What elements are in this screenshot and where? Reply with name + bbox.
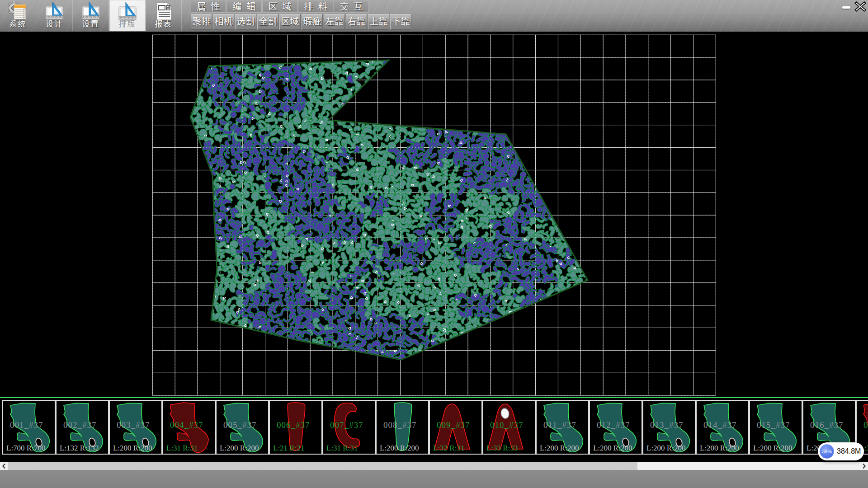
part-lr-label: L:33 R:33 — [486, 444, 518, 453]
nested-pieces — [181, 50, 593, 367]
scroll-right-icon[interactable] — [860, 462, 868, 470]
tool-button[interactable]: 瑕疵 — [302, 14, 323, 30]
part-id-label: 007_#37 — [330, 420, 363, 430]
part-lr-label: L:200 R:200 — [220, 444, 259, 453]
tool-button[interactable]: 右靠 — [346, 14, 367, 30]
part-lr-label: L:200 R:200 — [700, 444, 739, 453]
tool-button[interactable]: 区域 — [279, 14, 301, 30]
tool-button[interactable]: 左靠 — [324, 14, 345, 30]
tray-cell[interactable]: 001_#37L:700 R:700 — [2, 400, 56, 455]
tray-cell[interactable]: 002_#37L:132 R:132 — [56, 400, 109, 455]
nav-button-2[interactable]: 设计 — [37, 0, 73, 31]
tool-button[interactable]: 选割 — [235, 14, 256, 30]
tool-button[interactable]: 聚排 — [191, 14, 212, 30]
part-lr-label: L:21 R:21 — [273, 444, 304, 453]
part-id-label: 012_#37 — [597, 420, 630, 430]
horizontal-scrollbar[interactable] — [0, 462, 868, 470]
tool-button[interactable]: 全割 — [257, 14, 278, 30]
part-id-label: 009_#37 — [437, 420, 470, 430]
parts-tray: 001_#37L:700 R:700002_#37L:132 R:132003_… — [0, 400, 868, 455]
menu-item[interactable]: 编辑 — [226, 1, 262, 13]
tray-cell[interactable]: 008_#37L:200 R:200 — [376, 400, 429, 455]
tray-cell[interactable]: 006_#37L:21 R:21 — [269, 400, 322, 455]
menu-item[interactable]: 交互 — [334, 1, 369, 13]
nav-label: 设计 — [37, 18, 72, 29]
nesting-svg — [0, 32, 868, 398]
part-id-label: 016_#37 — [810, 420, 844, 430]
part-id-label: 015_#37 — [757, 420, 790, 430]
tray-cell[interactable]: 014_#37L:200 R:200 — [696, 400, 749, 455]
nav-button-5[interactable]: 报表 — [146, 0, 182, 31]
tool-button[interactable]: 下靠 — [390, 14, 411, 30]
nesting-canvas[interactable] — [0, 32, 868, 398]
part-id-label: 017_#37 — [863, 420, 868, 430]
tray-cell[interactable]: 012_#37L:200 R:200 — [589, 400, 642, 455]
part-lr-label: L:200 R:200 — [593, 444, 632, 453]
tray-cell[interactable]: 004_#37L:31 R:31 — [162, 400, 216, 455]
menu-item[interactable]: 区域 — [262, 1, 297, 13]
part-id-label: 011_#37 — [543, 420, 576, 430]
part-lr-label: L:200 R:200 — [380, 444, 419, 453]
nav-label: 系统 — [0, 18, 36, 29]
part-id-label: 002_#37 — [63, 420, 97, 430]
close-button[interactable] — [854, 0, 867, 13]
part-id-label: 001_#37 — [10, 420, 43, 430]
part-lr-label: L:200 R:200 — [646, 444, 685, 453]
tool-button[interactable]: 上靠 — [368, 14, 389, 30]
part-lr-label: L:31 R:31 — [166, 444, 198, 453]
part-id-label: 006_#37 — [277, 420, 310, 430]
part-id-label: 004_#37 — [170, 420, 203, 430]
part-id-label: 003_#37 — [117, 420, 150, 430]
memory-label: 384.8M — [837, 442, 861, 460]
minimize-button[interactable] — [840, 1, 852, 13]
part-id-label: 013_#37 — [650, 420, 684, 430]
tray-cell[interactable]: 013_#37L:200 R:200 — [642, 400, 696, 455]
tray-cell[interactable]: 007_#37L:31 R:31 — [322, 400, 376, 455]
part-id-label: 008_#37 — [383, 420, 417, 430]
usage-badge: 38% 384.8M — [818, 442, 864, 460]
close-icon — [854, 0, 867, 13]
part-lr-label: L:200 R:200 — [753, 444, 792, 453]
part-id-label: 010_#37 — [490, 420, 524, 430]
nav-label: 排版 — [110, 18, 145, 29]
part-lr-label: L:31 R:31 — [326, 444, 358, 453]
status-bar — [0, 470, 868, 488]
tool-button[interactable]: 相机 — [213, 14, 234, 30]
part-lr-label: L:32 R:31 — [433, 444, 464, 453]
tray-cell[interactable]: 009_#37L:32 R:31 — [429, 400, 482, 455]
nav-button-1[interactable]: 系统 — [0, 0, 36, 31]
tray-cell[interactable]: 010_#37L:33 R:33 — [482, 400, 536, 455]
tray-separator — [0, 397, 868, 398]
part-lr-label: L:200 R:200 — [540, 444, 579, 453]
nav-button-4[interactable]: 排版 — [109, 0, 146, 31]
nav-label: 设置 — [73, 18, 108, 29]
scrollbar-thumb[interactable] — [8, 462, 637, 470]
tray-cell[interactable]: 005_#37L:200 R:200 — [216, 400, 269, 455]
application-window: { "nav": { "items": [ { "label": "系统", "… — [0, 0, 868, 488]
part-id-label: 014_#37 — [703, 420, 737, 430]
tool-bar: 聚排相机选割全割区域瑕疵左靠右靠上靠下靠 — [191, 14, 412, 30]
tray-cell[interactable]: 015_#37L:200 R:200 — [749, 400, 802, 455]
menu-item[interactable]: 排料 — [298, 1, 333, 13]
part-lr-label: L:700 R:700 — [6, 444, 45, 453]
part-lr-label: L:200 R:200 — [113, 444, 152, 453]
tray-cell[interactable]: 003_#37L:200 R:200 — [109, 400, 162, 455]
tray-cell[interactable]: 011_#37L:200 R:200 — [536, 400, 589, 455]
nav-button-3[interactable]: 设置 — [73, 0, 109, 31]
toolbar: 系统设计设置排版报表 属性编辑区域排料交互 聚排相机选割全割区域瑕疵左靠右靠上靠… — [0, 0, 868, 32]
minimize-icon — [842, 6, 850, 9]
menu-item[interactable]: 属性 — [191, 1, 226, 13]
usage-percent-badge: 38% — [820, 444, 834, 459]
part-lr-label: L:132 R:132 — [60, 444, 99, 453]
scroll-left-icon[interactable] — [0, 462, 8, 470]
menu-bar: 属性编辑区域排料交互 — [191, 1, 369, 13]
part-id-label: 005_#37 — [223, 420, 257, 430]
nav-label: 报表 — [146, 18, 181, 29]
